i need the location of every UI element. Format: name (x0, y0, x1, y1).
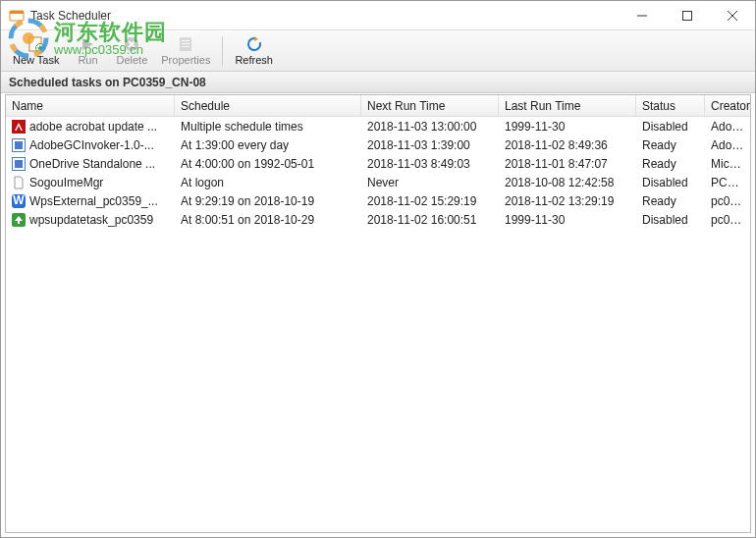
task-icon (12, 120, 26, 134)
cell-schedule: Multiple schedule times (175, 119, 361, 134)
table-row[interactable]: OneDrive Standalone ...At 4:00:00 on 199… (6, 154, 750, 173)
cell-next: 2018-11-03 1:39:00 (361, 137, 499, 153)
cell-schedule: At 8:00:51 on 2018-10-29 (175, 212, 361, 228)
cell-name: WWpsExternal_pc0359_... (6, 193, 175, 209)
cell-schedule: At 1:39:00 every day (175, 137, 361, 153)
table-row[interactable]: adobe acrobat update ...Multiple schedul… (6, 117, 750, 135)
svg-marker-18 (254, 36, 258, 41)
refresh-button[interactable]: Refresh (229, 32, 279, 70)
cell-status: Ready (636, 193, 705, 209)
cell-creator: Microsoft Cor... (705, 156, 750, 172)
cell-next: 2018-11-02 15:29:19 (361, 193, 499, 209)
cell-last: 2018-11-02 8:49:36 (499, 137, 636, 153)
new-task-button[interactable]: New Task (7, 32, 65, 70)
task-name-text: OneDrive Standalone ... (29, 157, 155, 171)
properties-button: Properties (155, 32, 216, 70)
cell-creator: pc0359 (705, 193, 750, 209)
col-header-creator[interactable]: Creator (705, 95, 750, 116)
svg-rect-22 (12, 120, 26, 134)
minimize-button[interactable] (620, 1, 665, 30)
cell-name: adobe acrobat update ... (6, 119, 175, 134)
cell-creator: pc0359 (705, 212, 750, 228)
task-icon (12, 157, 26, 171)
window-frame: Task Scheduler New Task Run Delete Prope… (0, 0, 756, 538)
toolbar-separator (222, 36, 223, 66)
svg-rect-15 (182, 40, 189, 41)
col-header-next[interactable]: Next Run Time (361, 95, 499, 116)
svg-marker-10 (82, 38, 93, 50)
close-button[interactable] (710, 1, 755, 30)
delete-button: Delete (110, 32, 153, 70)
task-icon (12, 176, 26, 189)
cell-creator: Adobe Syste... (705, 137, 750, 153)
cell-last: 2018-10-08 12:42:58 (499, 175, 636, 190)
task-icon: W (12, 194, 26, 208)
cell-next: Never (361, 175, 499, 190)
refresh-icon (245, 35, 263, 53)
svg-rect-1 (10, 11, 24, 14)
delete-icon (123, 35, 140, 53)
col-header-name[interactable]: Name (6, 95, 175, 116)
table-row[interactable]: wpsupdatetask_pc0359At 8:00:51 on 2018-1… (6, 210, 750, 229)
task-icon (12, 213, 26, 227)
cell-status: Disabled (636, 175, 705, 190)
task-name-text: wpsupdatetask_pc0359 (29, 213, 153, 227)
delete-label: Delete (116, 54, 147, 66)
cell-name: OneDrive Standalone ... (6, 156, 175, 172)
cell-last: 1999-11-30 (499, 212, 636, 228)
task-name-text: SogouImeMgr (29, 176, 103, 189)
svg-rect-26 (15, 160, 23, 168)
cell-schedule: At logon (175, 175, 361, 190)
cell-status: Ready (636, 156, 705, 172)
cell-creator: Adobe Syste... (705, 119, 750, 134)
cell-last: 2018-11-02 13:29:19 (499, 193, 636, 209)
task-name-text: WpsExternal_pc0359_... (29, 194, 158, 208)
svg-rect-16 (182, 43, 189, 44)
toolbar: New Task Run Delete Properties Refresh (1, 30, 755, 72)
window-title: Task Scheduler (30, 9, 620, 23)
svg-rect-17 (182, 46, 189, 47)
run-button: Run (67, 32, 108, 70)
section-header: Scheduled tasks on PC0359_CN-08 (1, 72, 755, 93)
properties-icon (177, 35, 194, 53)
cell-name: AdobeGCInvoker-1.0-... (6, 137, 175, 153)
cell-last: 1999-11-30 (499, 119, 636, 134)
task-name-text: adobe acrobat update ... (29, 120, 157, 134)
maximize-button[interactable] (665, 1, 710, 30)
cell-status: Ready (636, 137, 705, 153)
cell-next: 2018-11-02 16:00:51 (361, 212, 499, 228)
cell-schedule: At 9:29:19 on 2018-10-19 (175, 193, 361, 209)
table-header-row: Name Schedule Next Run Time Last Run Tim… (6, 95, 750, 117)
svg-rect-3 (683, 11, 692, 20)
svg-rect-24 (15, 141, 23, 149)
cell-name: wpsupdatetask_pc0359 (6, 212, 175, 228)
refresh-label: Refresh (235, 54, 273, 66)
run-label: Run (78, 54, 97, 66)
col-header-last[interactable]: Last Run Time (499, 95, 636, 116)
table-body: adobe acrobat update ...Multiple schedul… (6, 117, 750, 229)
table-row[interactable]: AdobeGCInvoker-1.0-...At 1:39:00 every d… (6, 135, 750, 154)
new-task-icon (27, 35, 45, 53)
cell-last: 2018-11-01 8:47:07 (499, 156, 636, 172)
table-row[interactable]: SogouImeMgrAt logonNever2018-10-08 12:42… (6, 173, 750, 191)
cell-name: SogouImeMgr (6, 175, 175, 190)
new-task-label: New Task (13, 54, 59, 66)
window-controls (620, 1, 755, 30)
col-header-schedule[interactable]: Schedule (175, 95, 361, 116)
col-header-status[interactable]: Status (636, 95, 705, 116)
task-name-text: AdobeGCInvoker-1.0-... (29, 138, 154, 152)
run-icon (79, 35, 96, 53)
cell-next: 2018-11-03 13:00:00 (361, 119, 499, 134)
cell-status: Disabled (636, 212, 705, 228)
task-icon (12, 138, 26, 152)
cell-next: 2018-11-03 8:49:03 (361, 156, 499, 172)
task-table: Name Schedule Next Run Time Last Run Tim… (5, 94, 751, 533)
svg-text:W: W (13, 194, 25, 207)
cell-status: Disabled (636, 119, 705, 134)
app-icon (9, 8, 25, 24)
cell-creator: PC0359_CN-... (705, 175, 750, 190)
titlebar: Task Scheduler (1, 1, 755, 30)
section-heading: Scheduled tasks on PC0359_CN-08 (9, 76, 206, 89)
table-row[interactable]: WWpsExternal_pc0359_...At 9:29:19 on 201… (6, 191, 750, 210)
cell-schedule: At 4:00:00 on 1992-05-01 (175, 156, 361, 172)
